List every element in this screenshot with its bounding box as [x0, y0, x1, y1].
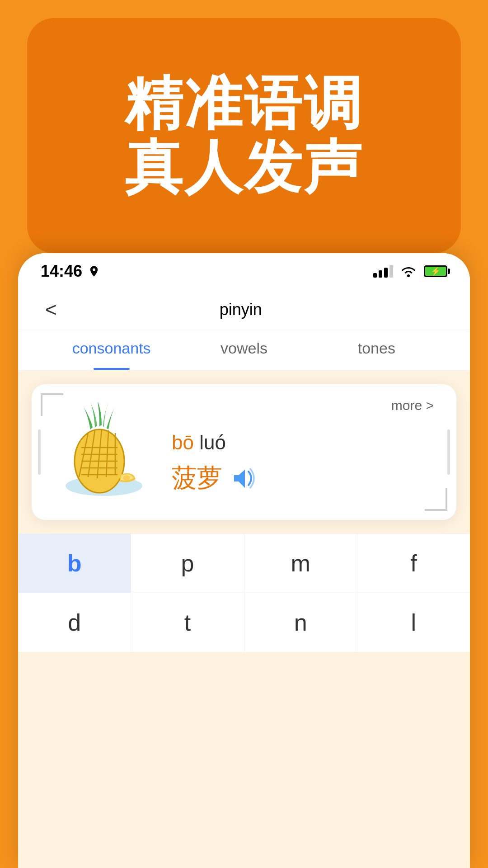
consonant-l[interactable]: l — [357, 593, 470, 652]
consonant-n[interactable]: n — [244, 593, 357, 652]
consonant-t[interactable]: t — [131, 593, 244, 652]
tab-consonants[interactable]: consonants — [45, 340, 178, 361]
hero-banner: 精准语调 真人发声 — [27, 18, 461, 253]
page-title: pinyin — [61, 300, 420, 319]
back-button[interactable]: < — [41, 294, 61, 326]
pinyin-second: luó — [199, 431, 226, 453]
consonant-p[interactable]: p — [131, 534, 244, 593]
tab-tones[interactable]: tones — [310, 340, 443, 361]
corner-decoration-br — [425, 488, 447, 511]
phone-mockup: 14:46 ⚡ < pinyin consonants — [18, 253, 470, 868]
consonants-row-2: d t n l — [18, 593, 470, 652]
tab-bar: consonants vowels tones — [18, 330, 470, 371]
consonant-b[interactable]: b — [18, 534, 131, 593]
consonant-f[interactable]: f — [357, 534, 470, 593]
content-area: more > — [18, 371, 470, 533]
chinese-word-row: 菠萝 — [172, 461, 434, 495]
consonants-grid: b p m f d t n l — [18, 533, 470, 652]
status-icons: ⚡ — [373, 265, 447, 278]
word-info: bō luó 菠萝 — [172, 409, 434, 495]
word-card: more > — [32, 384, 456, 520]
location-icon — [88, 265, 100, 278]
battery-icon: ⚡ — [424, 265, 447, 277]
scroll-indicator-left — [38, 429, 41, 475]
corner-decoration-tl — [41, 393, 63, 416]
pinyin-first: bō — [172, 431, 194, 453]
signal-icon — [373, 265, 393, 278]
pinyin-display: bō luó — [172, 431, 434, 454]
hero-line2: 真人发声 — [125, 136, 363, 199]
consonant-d[interactable]: d — [18, 593, 131, 652]
status-time: 14:46 — [41, 262, 100, 281]
speaker-button[interactable] — [231, 468, 257, 489]
more-link[interactable]: more > — [391, 398, 434, 413]
consonant-m[interactable]: m — [244, 534, 357, 593]
nav-bar: < pinyin — [18, 289, 470, 330]
svg-point-13 — [123, 475, 130, 481]
consonants-row-1: b p m f — [18, 533, 470, 593]
wifi-icon — [400, 265, 417, 277]
status-bar: 14:46 ⚡ — [18, 253, 470, 289]
word-image — [54, 402, 154, 502]
hero-text-block: 精准语调 真人发声 — [125, 72, 363, 199]
tab-vowels[interactable]: vowels — [178, 340, 310, 361]
chinese-characters: 菠萝 — [172, 461, 222, 495]
scroll-indicator-right — [447, 429, 450, 475]
hero-line1: 精准语调 — [125, 72, 363, 136]
